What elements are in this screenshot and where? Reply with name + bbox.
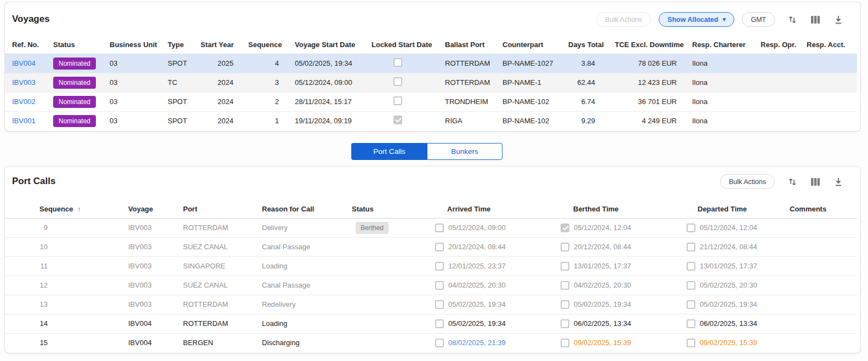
status-badge: Nominated — [53, 115, 96, 127]
col-header-start-year[interactable]: Start Year — [201, 36, 242, 54]
departed-time: 05/02/2025, 20:30 — [700, 281, 757, 289]
table-row[interactable]: 14 IBV004 ROTTERDAM Loading 05/02/2025, … — [5, 314, 857, 333]
berthed-checkbox[interactable] — [561, 262, 569, 271]
departed-checkbox[interactable] — [687, 319, 695, 328]
port-calls-header-row: Sequence↑ Voyage Port Reason for Call St… — [5, 200, 857, 218]
col-header-locked-start-date[interactable]: Locked Start Date — [372, 36, 445, 54]
port-calls-table: Sequence↑ Voyage Port Reason for Call St… — [5, 200, 857, 352]
cell-resp-opr — [761, 92, 807, 111]
berthed-checkbox[interactable] — [561, 339, 569, 347]
col-header-business-unit[interactable]: Business Unit — [110, 36, 168, 54]
arrived-checkbox[interactable] — [435, 224, 444, 232]
arrived-time: 12/01/2025, 23:37 — [448, 262, 506, 270]
cell-reason: Canal Passage — [262, 237, 352, 256]
col-header-reason[interactable]: Reason for Call — [262, 200, 352, 218]
col-header-ballast-port[interactable]: Ballast Port — [445, 36, 502, 54]
col-header-days-total[interactable]: Days Total — [568, 36, 615, 54]
cell-ballast-port: TRONDHEIM — [445, 92, 502, 111]
table-row[interactable]: 15 IBV004 BERGEN Discharging 08/02/2025,… — [5, 333, 857, 352]
voyages-title: Voyages — [12, 12, 50, 26]
col-header-type[interactable]: Type — [168, 36, 201, 54]
cell-business-unit: 03 — [110, 92, 168, 111]
col-header-counterpart[interactable]: Counterpart — [502, 36, 568, 54]
cell-days-total: 9.29 — [568, 111, 615, 130]
timezone-button[interactable]: GMT — [742, 12, 775, 27]
col-header-status[interactable]: Status — [352, 200, 435, 218]
col-header-sequence[interactable]: Sequence↑ — [5, 200, 128, 218]
col-header-voyage[interactable]: Voyage — [128, 200, 183, 218]
col-header-voyage-start-date[interactable]: Voyage Start Date — [284, 36, 372, 54]
locked-start-date-checkbox[interactable] — [393, 58, 402, 67]
berthed-time: 13/01/2025, 17:37 — [574, 262, 631, 270]
col-header-departed-time[interactable]: Departed Time — [687, 200, 785, 218]
col-header-berthed-time[interactable]: Berthed Time — [561, 200, 687, 218]
tab-port-calls[interactable]: Port Calls — [351, 143, 427, 160]
voyage-ref-link[interactable]: IBV003 — [12, 78, 36, 87]
table-row[interactable]: 11 IBV003 SINGAPORE Loading 12/01/2025, … — [5, 256, 857, 276]
sort-icon[interactable] — [787, 14, 798, 26]
arrived-checkbox[interactable] — [435, 339, 444, 347]
table-row[interactable]: 13 IBV003 ROTTERDAM Redelivery 05/02/202… — [5, 295, 857, 314]
locked-start-date-checkbox[interactable] — [393, 96, 402, 105]
table-row[interactable]: 9 IBV003 ROTTERDAM Delivery Berthed 05/1… — [5, 218, 857, 237]
berthed-checkbox[interactable] — [561, 281, 569, 290]
arrived-time: 05/12/2024, 09:00 — [448, 224, 506, 232]
voyages-table: Ref. No. Status Business Unit Type Start… — [5, 36, 857, 130]
departed-time: 21/12/2024, 08:44 — [700, 243, 757, 251]
voyage-ref-link[interactable]: IBV004 — [12, 59, 36, 67]
locked-start-date-checkbox[interactable] — [393, 77, 402, 86]
arrived-checkbox[interactable] — [435, 319, 444, 328]
departed-checkbox[interactable] — [687, 300, 695, 309]
col-header-arrived-time[interactable]: Arrived Time — [435, 200, 561, 218]
table-row[interactable]: IBV003 Nominated 03 TC 2024 3 05/12/2024… — [5, 73, 857, 92]
departed-checkbox[interactable] — [687, 262, 695, 271]
col-header-tce[interactable]: TCE Excl. Downtime — [615, 36, 692, 54]
cell-resp-acct — [807, 92, 857, 111]
columns-icon[interactable] — [809, 14, 821, 26]
arrived-checkbox[interactable] — [435, 262, 444, 271]
col-header-resp-charterer[interactable]: Resp. Charterer — [692, 36, 761, 54]
col-header-sequence[interactable]: Sequence — [242, 36, 284, 54]
status-badge: Nominated — [53, 96, 96, 108]
cell-sequence: 4 — [242, 54, 284, 73]
table-row[interactable]: IBV002 Nominated 03 SPOT 2024 2 28/11/20… — [5, 92, 857, 111]
berthed-checkbox[interactable] — [561, 300, 569, 309]
voyage-ref-link[interactable]: IBV002 — [12, 98, 36, 106]
cell-comments — [785, 314, 857, 333]
arrived-checkbox[interactable] — [435, 243, 444, 251]
arrived-checkbox[interactable] — [435, 281, 444, 290]
bulk-actions-button[interactable]: Bulk Actions — [720, 174, 775, 189]
table-row[interactable]: IBV004 Nominated 03 SPOT 2025 4 05/02/20… — [5, 54, 857, 73]
departed-checkbox[interactable] — [687, 243, 695, 251]
tab-bunkers[interactable]: Bunkers — [427, 143, 502, 160]
show-allocated-dropdown[interactable]: Show Allocated▾ — [659, 12, 734, 27]
berthed-checkbox[interactable] — [561, 243, 569, 251]
col-header-resp-opr[interactable]: Resp. Opr. — [761, 36, 807, 54]
col-header-ref-no[interactable]: Ref. No. — [5, 36, 53, 54]
columns-icon[interactable] — [809, 176, 821, 188]
departed-time: 05/02/2025, 19:34 — [700, 300, 757, 308]
departed-checkbox[interactable] — [687, 339, 695, 347]
cell-voyage-start-date: 05/12/2024, 09:00 — [284, 73, 372, 92]
departed-checkbox[interactable] — [687, 224, 695, 232]
download-icon[interactable] — [833, 176, 844, 188]
col-header-port[interactable]: Port — [183, 200, 262, 218]
table-row[interactable]: 12 IBV003 SUEZ CANAL Canal Passage 04/02… — [5, 276, 857, 295]
berthed-checkbox[interactable] — [561, 224, 569, 232]
voyage-ref-link[interactable]: IBV001 — [12, 117, 36, 125]
berthed-time: 20/12/2024, 08:44 — [574, 243, 631, 251]
locked-start-date-checkbox[interactable] — [393, 116, 402, 124]
berthed-checkbox[interactable] — [561, 319, 569, 328]
table-row[interactable]: IBV001 Nominated 03 SPOT 2024 1 19/11/20… — [5, 111, 857, 130]
download-icon[interactable] — [833, 14, 844, 26]
table-row[interactable]: 10 IBV003 SUEZ CANAL Canal Passage 20/12… — [5, 237, 857, 256]
sort-icon[interactable] — [787, 176, 798, 188]
cell-resp-charterer: Ilona — [692, 111, 761, 130]
departed-checkbox[interactable] — [687, 281, 695, 290]
col-header-resp-acct[interactable]: Resp. Acct. — [807, 36, 857, 54]
arrived-checkbox[interactable] — [435, 300, 444, 309]
cell-start-year: 2024 — [201, 92, 242, 111]
col-header-comments[interactable]: Comments — [785, 200, 857, 218]
col-header-status[interactable]: Status — [53, 36, 110, 54]
cell-reason: Redelivery — [262, 295, 352, 314]
